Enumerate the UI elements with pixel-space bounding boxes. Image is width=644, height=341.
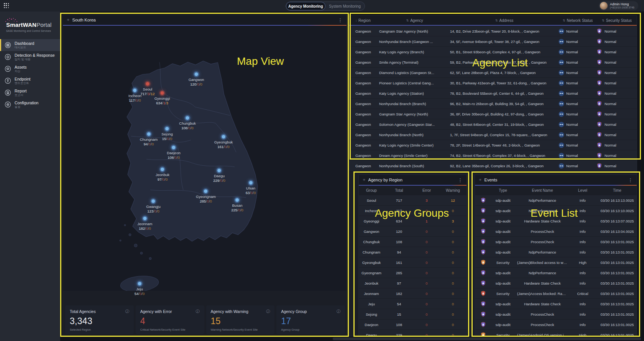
map-marker-jeonnam[interactable]: Jeonnam 182/0/0 xyxy=(137,217,152,231)
event-row[interactable]: Security (James)Android OS version is lo… xyxy=(475,330,637,336)
region-group-row[interactable]: Chungnam 94 0 0 xyxy=(359,247,467,257)
map-marker-busan[interactable]: Busan 225/0/0 xyxy=(231,198,243,213)
event-row[interactable]: sdp-audit ProcessCheck Info 03/30 16:13:… xyxy=(475,237,637,247)
region-group-row[interactable]: Daegu 229 0 0 xyxy=(359,330,467,336)
event-row[interactable]: sdp-audit ProcessCheck Info 03/30 16:13:… xyxy=(475,309,637,319)
event-row[interactable]: Security (James)Access blocked: Ranso...… xyxy=(475,288,637,298)
agency-table-row[interactable]: Gangwon Pioneer Logistics (Central Gang.… xyxy=(349,78,637,88)
agency-table-row[interactable]: Gangwon Nonhyundai Branch (North) 1, 7F,… xyxy=(349,130,637,140)
network-icon xyxy=(559,70,564,76)
security-status-cell: Normal xyxy=(597,101,637,107)
agency-table-row[interactable]: Gangwon Nonhyundai Branch (Gangwon ... 3… xyxy=(349,36,637,46)
agency-table-row[interactable]: Gangwon Katy Logis Agency (Station) 78, … xyxy=(349,88,637,98)
sidebar-item-dashboard[interactable]: Dashboard 대시보드 xyxy=(0,39,60,51)
region-group-row[interactable]: Daejeon 108 0 0 xyxy=(359,320,467,329)
agency-table-row[interactable]: Gangwon Dream Agency (Smile Center) 74, … xyxy=(349,150,637,160)
event-row[interactable]: sdp-audit NdpPerformance Info 03/30 16:1… xyxy=(475,247,637,257)
region-group-row[interactable]: Jeonbuk 97 0 0 xyxy=(359,278,467,288)
map-marker-jeonbuk[interactable]: Jeonbuk 97/0/0 xyxy=(156,168,169,182)
agency-table-row[interactable]: Gangwon Katy Logis Agency (Smile Center)… xyxy=(349,140,637,150)
map-marker-gyeongbuk[interactable]: Gyeongbuk 161/0/0 xyxy=(214,135,233,149)
info-icon[interactable]: ⓘ xyxy=(125,309,129,314)
apps-grid-icon[interactable] xyxy=(4,3,9,8)
map-marker-ulsan[interactable]: Ulsan 63/0/0 xyxy=(246,181,256,195)
event-row[interactable]: sdp-audit NdpPerformance Info 03/30 16:1… xyxy=(475,206,637,216)
column-level[interactable]: Level xyxy=(568,188,598,193)
map-marker-gyeonggi[interactable]: Gyeonggi 634/1/3 xyxy=(154,91,170,105)
region-group-row[interactable]: Incheon 117 0 0 xyxy=(359,206,467,216)
security-shield-icon xyxy=(597,28,603,34)
info-icon[interactable]: ⓘ xyxy=(337,309,340,314)
event-row[interactable]: Security (James)Blocked access to www...… xyxy=(475,257,637,267)
tab-system-monitoring[interactable]: System Monitoring xyxy=(325,2,365,10)
event-row[interactable]: sdp-audit Hardware State Check Info 03/3… xyxy=(475,216,637,226)
south-korea-map[interactable]: Seoul 717/3/12 Incheon 117/0/0 Gyeonggi … xyxy=(63,26,347,291)
marker-dot-icon xyxy=(186,116,189,120)
column-agency[interactable]: ⇅Agency xyxy=(379,18,450,23)
agency-table-row[interactable]: Gangwon Gangnam Star Agency (North) 36, … xyxy=(349,109,637,119)
map-marker-gangwon[interactable]: Gangwon 120/0/0 xyxy=(189,72,204,87)
event-row[interactable]: sdp-audit Hardware State Check Info 03/3… xyxy=(475,278,637,288)
agency-table-row[interactable]: Gangwon Nonhyundai Branch (Branch) 96, B… xyxy=(349,99,637,109)
map-marker-daegu[interactable]: Daegu 229/0/0 xyxy=(213,169,225,183)
map-marker-seoul[interactable]: Seoul 717/3/12 xyxy=(140,82,154,96)
column-network-status[interactable]: ⇅Network Status xyxy=(559,18,597,23)
region-group-row[interactable]: Gyeonggi 634 1 3 xyxy=(359,216,467,226)
agency-table-row[interactable]: Gangwon Nonhyundai Branch (South) 92, B2… xyxy=(349,161,637,171)
region-group-row[interactable]: Gyeongnam 285 0 0 xyxy=(359,268,467,278)
stat-card-total-agencies: Total Agencies ⓘ 3,343 Selected Region xyxy=(65,305,134,334)
user-chip[interactable]: Admin Hong (+82)010-1928-3746 xyxy=(599,1,638,10)
event-row[interactable]: sdp-audit Hardware State Check Info 03/3… xyxy=(475,299,637,309)
region-group-row[interactable]: Jeonnam 182 0 0 xyxy=(359,288,467,298)
event-row[interactable]: sdp-audit NdpPerformance Info 03/30 16:1… xyxy=(475,195,637,205)
info-icon[interactable]: ⓘ xyxy=(266,309,270,314)
map-marker-chungnam[interactable]: Chungnam 94/0/0 xyxy=(140,132,158,147)
map-marker-incheon[interactable]: Incheon 117/0/0 xyxy=(128,89,141,103)
map-marker-sejong[interactable]: Sejong 15/0/0 xyxy=(161,127,173,141)
info-icon[interactable]: ⓘ xyxy=(196,309,200,314)
region-group-row[interactable]: Jeju 54 0 0 xyxy=(359,299,467,309)
tab-agency-monitoring[interactable]: Agency Monitoring xyxy=(286,2,325,10)
column-group[interactable]: Group xyxy=(359,188,384,193)
region-group-row[interactable]: Gyeongbuk 161 0 0 xyxy=(359,257,467,267)
column-address[interactable]: ⇅Address xyxy=(450,18,559,23)
region-group-row[interactable]: Sejong 15 0 0 xyxy=(359,309,467,319)
map-marker-chungbuk[interactable]: Chungbuk 108/0/0 xyxy=(179,116,196,130)
agency-table-row[interactable]: Gangwon Diamond Logistics (Gangwon St...… xyxy=(349,68,637,77)
map-marker-gyeongnam[interactable]: Gyeongnam 285/0/0 xyxy=(196,189,216,204)
column-region[interactable]: ↓Region xyxy=(355,18,379,23)
map-marker-gwangju[interactable]: Gwangju 123/0/0 xyxy=(146,199,161,214)
sidebar-item-report[interactable]: Report 보고서 xyxy=(0,87,60,99)
region-group-row[interactable]: Chungbuk 108 0 0 xyxy=(359,237,467,247)
sidebar-item-detection-response[interactable]: Detection & Response 탐지 및 대응 xyxy=(0,51,60,63)
agency-table-row[interactable]: Gangwon Solomon Agency (Gangwon Star... … xyxy=(349,119,637,129)
event-row[interactable]: sdp-audit ProcessCheck Info 03/30 16:13:… xyxy=(475,226,637,236)
security-status-cell: Normal xyxy=(597,28,637,34)
column-total[interactable]: Total xyxy=(384,188,414,193)
kebab-menu-icon[interactable]: ⋮ xyxy=(338,18,343,23)
group-warning-cell: 0 xyxy=(439,271,467,275)
column-warning[interactable]: Warning xyxy=(439,188,467,193)
agency-table-row[interactable]: Gangwon Smile Agency (Terminal) 59, B2, … xyxy=(349,57,637,67)
column-error[interactable]: Error xyxy=(414,188,439,193)
region-group-row[interactable]: Gangwon 120 0 0 xyxy=(359,226,467,236)
marker-region-name: Gyeongnam xyxy=(196,194,216,199)
region-group-row[interactable]: Seoul 717 3 12 xyxy=(359,195,467,205)
column-type[interactable]: Type xyxy=(489,188,517,193)
event-row[interactable]: sdp-audit NdpPerformance Info 03/30 16:1… xyxy=(475,268,637,278)
map-marker-daejeon[interactable]: Daejeon 108/0/0 xyxy=(167,146,180,160)
sidebar-item-endpoint[interactable]: Endpoint 엔드포인트 xyxy=(0,75,60,87)
column-security-status[interactable]: ⇅Security Status xyxy=(597,18,637,23)
agency-table-row[interactable]: Gangwon Gangnam Star Agency (North) 14, … xyxy=(349,26,637,36)
marker-dot-icon xyxy=(235,198,239,202)
sidebar-item-configuration[interactable]: Configuration 설정 xyxy=(0,99,60,110)
agency-table-row[interactable]: Gangwon Katy Logis Agency (Branch) 50, B… xyxy=(349,47,637,57)
column-time[interactable]: Time xyxy=(598,188,637,193)
sidebar-item-assets[interactable]: Assets 자산 xyxy=(0,63,60,75)
kebab-menu-icon[interactable]: ⋮ xyxy=(628,178,633,183)
column-event-name[interactable]: Event Name xyxy=(517,188,568,193)
map-marker-jeju[interactable]: Jeju 54/0/0 xyxy=(135,282,145,296)
kebab-menu-icon[interactable]: ⋮ xyxy=(458,178,463,183)
event-row[interactable]: sdp-audit ProcessCheck Info 03/30 16:13:… xyxy=(475,320,637,329)
horizontal-scrollbar[interactable] xyxy=(333,338,641,340)
